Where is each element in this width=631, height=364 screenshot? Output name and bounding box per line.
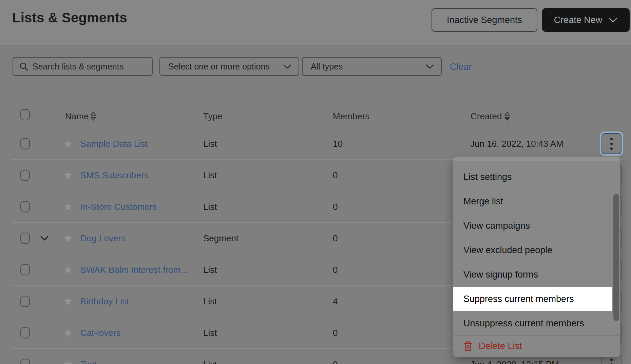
favorite-star-icon[interactable]: ★ (63, 233, 73, 244)
search-input-container[interactable] (13, 57, 153, 76)
table-row: ★ Sample Data List List 10 Jun 16, 2022,… (12, 128, 622, 160)
column-header-type: Type (203, 111, 222, 122)
tags-filter-value: Select one or more options (168, 62, 270, 72)
row-members: 0 (333, 359, 338, 364)
row-type: List (203, 170, 217, 181)
row-checkbox[interactable] (20, 359, 30, 364)
row-checkbox[interactable] (20, 170, 30, 181)
kebab-dot (610, 143, 613, 145)
row-type: List (203, 139, 217, 149)
favorite-star-icon[interactable]: ★ (63, 359, 73, 364)
context-menu-item[interactable]: Merge list (453, 189, 620, 214)
context-menu-item[interactable]: View campaigns (453, 214, 620, 238)
row-checkbox[interactable] (20, 233, 30, 244)
context-menu-item[interactable]: Unsuppress current members (453, 311, 620, 336)
row-type: List (203, 359, 217, 364)
row-name-link[interactable]: Dog Lovers (80, 233, 126, 244)
row-name-link[interactable]: Sample Data List (80, 139, 148, 149)
row-members: 0 (333, 202, 338, 212)
search-icon (19, 62, 28, 71)
create-new-button[interactable]: Create New (542, 8, 630, 32)
row-members: 0 (333, 328, 338, 338)
context-menu-item[interactable]: List settings (453, 165, 620, 189)
favorite-star-icon[interactable]: ★ (63, 170, 73, 181)
inactive-segments-label: Inactive Segments (447, 15, 522, 25)
column-header-name[interactable]: Name (65, 111, 89, 122)
clear-filters-link[interactable]: Clear (450, 62, 472, 72)
context-menu-items: List settingsMerge listView campaignsVie… (453, 165, 620, 336)
tags-filter-dropdown[interactable]: Select one or more options (159, 57, 299, 76)
page-title: Lists & Segments (12, 10, 127, 25)
context-menu-item[interactable]: View signup forms (453, 262, 620, 287)
row-type: List (203, 265, 217, 275)
row-members: 0 (333, 170, 338, 181)
column-header-members: Members (333, 111, 369, 122)
row-checkbox[interactable] (20, 138, 30, 149)
row-checkbox[interactable] (20, 296, 30, 307)
row-type: List (203, 328, 217, 338)
row-type: Segment (203, 233, 238, 244)
inactive-segments-button[interactable]: Inactive Segments (432, 8, 537, 32)
row-members: 0 (333, 233, 338, 244)
chevron-down-icon (425, 64, 434, 69)
expand-chevron-down-icon[interactable] (40, 236, 49, 241)
chevron-down-icon (283, 64, 292, 69)
row-name-link[interactable]: Test (80, 359, 97, 364)
context-menu-item[interactable]: Suppress current members (453, 287, 612, 311)
row-checkbox[interactable] (20, 327, 30, 339)
select-all-checkbox[interactable] (20, 109, 30, 120)
sort-icon-created-desc[interactable] (504, 112, 510, 121)
type-filter-value: All types (311, 62, 343, 72)
favorite-star-icon[interactable]: ★ (63, 296, 73, 307)
row-members: 4 (333, 296, 338, 307)
row-type: List (203, 202, 217, 212)
favorite-star-icon[interactable]: ★ (63, 138, 73, 149)
sort-icon-name[interactable] (90, 112, 96, 121)
row-name-link[interactable]: SWAK Balm Interest from... (80, 265, 188, 275)
row-created: Jun 16, 2022, 10:43 AM (470, 139, 563, 149)
column-header-created[interactable]: Created (471, 111, 502, 122)
row-members: 10 (333, 139, 343, 149)
row-actions-kebab-button[interactable] (601, 133, 622, 154)
create-new-label: Create New (554, 15, 603, 25)
search-input[interactable] (33, 62, 148, 72)
row-name-link[interactable]: In-Store Customers (80, 202, 157, 212)
favorite-star-icon[interactable]: ★ (63, 327, 73, 338)
trash-icon (463, 341, 473, 351)
row-actions-context-menu: List settingsMerge listView campaignsVie… (453, 157, 620, 357)
row-checkbox[interactable] (20, 201, 30, 213)
row-name-link[interactable]: Birthday List (80, 296, 129, 307)
row-checkbox[interactable] (20, 264, 30, 276)
menu-scrollbar-thumb[interactable] (613, 194, 619, 321)
chevron-down-icon (608, 17, 618, 23)
context-menu-item[interactable]: View excluded people (453, 238, 620, 262)
delete-list-menu-item[interactable]: Delete List (453, 336, 620, 357)
row-type: List (203, 296, 217, 307)
row-members: 0 (333, 265, 338, 275)
row-name-link[interactable]: Cat-lovers (80, 328, 120, 338)
kebab-dot (610, 147, 613, 150)
kebab-dot (610, 359, 613, 361)
favorite-star-icon[interactable]: ★ (63, 201, 73, 212)
row-created: Jun 4, 2020, 12:15 PM (470, 359, 559, 364)
favorite-star-icon[interactable]: ★ (63, 264, 73, 275)
delete-list-label: Delete List (479, 341, 522, 351)
kebab-dot (610, 138, 613, 140)
type-filter-dropdown[interactable]: All types (302, 57, 442, 76)
lists-and-segments-page: Lists & Segments Inactive Segments Creat… (0, 0, 631, 364)
row-name-link[interactable]: SMS Subscribers (80, 170, 149, 181)
